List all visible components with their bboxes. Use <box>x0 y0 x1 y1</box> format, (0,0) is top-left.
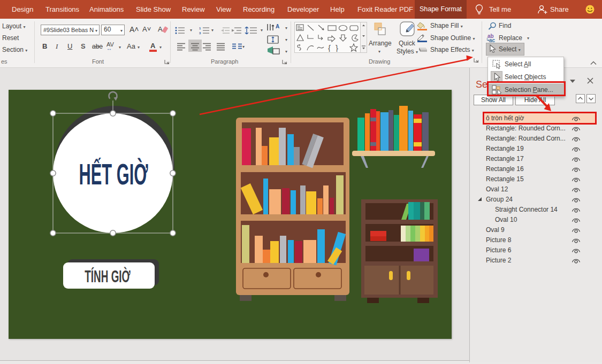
svg-text:TÍNH GIỜ: TÍNH GIỜ <box>85 267 130 285</box>
svg-text:}: } <box>336 43 338 52</box>
svg-text:{: { <box>328 43 331 52</box>
svg-text:A: A <box>276 24 279 29</box>
svg-text:HẾT GIỜ: HẾT GIỜ <box>79 158 148 190</box>
svg-text:3: 3 <box>199 32 201 34</box>
svg-text:1: 1 <box>199 27 201 30</box>
